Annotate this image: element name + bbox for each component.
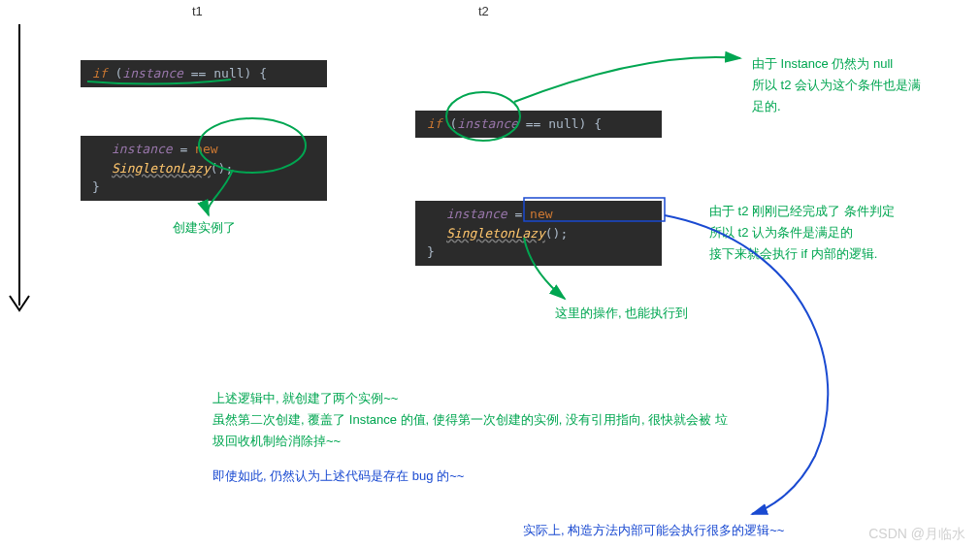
code-t2-new: instance = new SingletonLazy(); }: [415, 201, 662, 266]
label-t2: t2: [478, 4, 489, 18]
annotation-can-execute: 这里的操作, 也能执行到: [555, 303, 688, 324]
annotation-bug: 即使如此, 仍然认为上述代码是存在 bug 的~~: [212, 466, 464, 487]
annotation-instance-null: 由于 Instance 仍然为 null 所以 t2 会认为这个条件也是满 足的…: [752, 53, 921, 117]
label-t1: t1: [192, 4, 203, 18]
code-t2-if: if (instance == null) {: [415, 111, 662, 138]
code-t1-new: instance = new SingletonLazy(); }: [81, 136, 327, 201]
annotation-instance-created: 创建实例了: [173, 217, 236, 239]
annotation-constructor: 实际上, 构造方法内部可能会执行很多的逻辑~~: [523, 520, 784, 541]
annotation-two-instances: 上述逻辑中, 就创建了两个实例~~ 虽然第二次创建, 覆盖了 Instance …: [212, 388, 756, 452]
code-t1-if: if (instance == null) {: [81, 60, 327, 87]
watermark: CSDN @月临水: [868, 526, 965, 543]
annotation-condition-done: 由于 t2 刚刚已经完成了 条件判定 所以 t2 认为条件是满足的 接下来就会执…: [709, 201, 895, 265]
